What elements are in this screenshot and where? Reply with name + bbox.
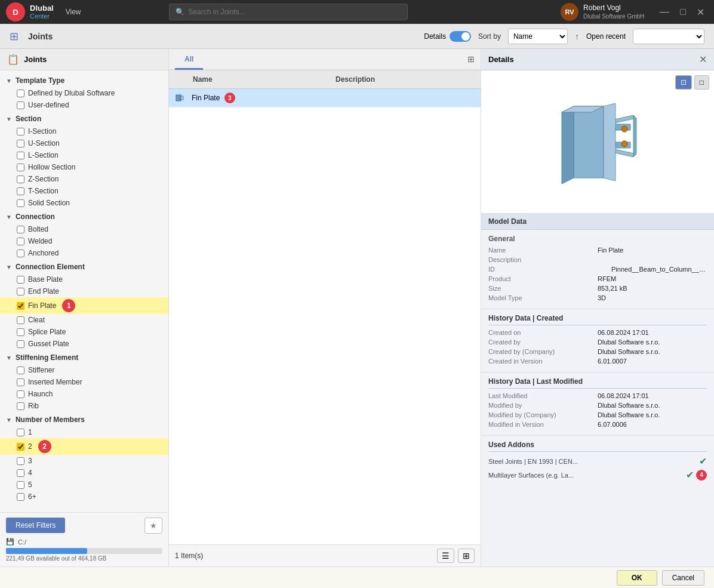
filter-item-gusset-plate[interactable]: Gusset Plate (0, 338, 168, 350)
checkbox-bolted[interactable] (17, 226, 24, 233)
checkbox-defined-by-dlubal[interactable] (17, 90, 24, 97)
filter-item-end-plate[interactable]: End Plate (0, 285, 168, 297)
filter-item-num-4[interactable]: 4 (0, 467, 168, 479)
filter-group-label-connection-element: Connection Element (16, 263, 85, 271)
filter-group-header-connection-element[interactable]: ▼ Connection Element (0, 260, 168, 273)
details-toggle-switch[interactable] (450, 31, 471, 42)
filter-item-t-section[interactable]: T-Section (0, 185, 168, 197)
filter-item-l-section[interactable]: L-Section (0, 149, 168, 161)
search-input[interactable] (188, 8, 401, 16)
checkbox-num-6plus[interactable] (17, 493, 24, 501)
filter-item-user-defined[interactable]: User-defined (0, 99, 168, 111)
view-menu[interactable]: View (66, 8, 81, 16)
checkbox-num-2[interactable] (17, 443, 24, 451)
checkbox-i-section[interactable] (17, 128, 24, 136)
detail-row-modified-by: Modified by Dlubal Software s.r.o. (488, 402, 707, 409)
checkbox-user-defined[interactable] (17, 101, 24, 109)
checkbox-end-plate[interactable] (17, 288, 24, 295)
filter-item-welded[interactable]: Welded (0, 235, 168, 247)
label-cleat: Cleat (28, 316, 45, 324)
filter-item-cleat[interactable]: Cleat (0, 314, 168, 326)
label-fin-plate: Fin Plate (28, 301, 56, 310)
maximize-icon[interactable]: □ (676, 5, 690, 19)
search-bar[interactable]: 🔍 (169, 4, 408, 20)
filter-item-num-1[interactable]: 1 (0, 426, 168, 438)
checkbox-num-3[interactable] (17, 457, 24, 465)
checkbox-fin-plate[interactable] (17, 302, 24, 310)
filter-item-i-section[interactable]: I-Section (0, 125, 168, 137)
filter-group-header-stiffening-element[interactable]: ▼ Stiffening Element (0, 351, 168, 364)
details-title: Details (488, 55, 514, 64)
sort-by-select[interactable]: Name Date Size (508, 29, 568, 44)
list-item[interactable]: Fin Plate 3 (169, 89, 481, 107)
checkbox-welded[interactable] (17, 238, 24, 245)
filter-item-haunch[interactable]: Haunch (0, 388, 168, 400)
favorite-button[interactable]: ★ (144, 518, 162, 534)
minimize-icon[interactable]: — (656, 5, 673, 19)
checkbox-cleat[interactable] (17, 316, 24, 324)
open-recent-label: Open recent (586, 32, 626, 41)
label-created-on: Created on (488, 329, 598, 336)
filter-item-num-3[interactable]: 3 (0, 455, 168, 467)
ok-button[interactable]: OK (617, 570, 657, 586)
filter-item-u-section[interactable]: U-Section (0, 137, 168, 149)
checkbox-haunch[interactable] (17, 390, 24, 398)
column-settings-icon[interactable]: ⊞ (467, 54, 475, 64)
checkbox-t-section[interactable] (17, 187, 24, 195)
list-view-button[interactable]: ☰ (437, 549, 454, 563)
checkbox-num-4[interactable] (17, 469, 24, 477)
filter-item-num-6plus[interactable]: 6+ (0, 491, 168, 503)
reset-filters-button[interactable]: Reset Filters (6, 518, 65, 533)
checkbox-hollow-section[interactable] (17, 164, 24, 171)
checkbox-anchored[interactable] (17, 250, 24, 257)
filter-item-num-2[interactable]: 2 2 (0, 438, 168, 455)
tab-all[interactable]: All (175, 50, 203, 70)
filter-item-splice-plate[interactable]: Splice Plate (0, 326, 168, 338)
filter-group-header-template-type[interactable]: ▼ Template Type (0, 74, 168, 87)
checkbox-splice-plate[interactable] (17, 328, 24, 336)
history-modified-title: History Data | Last Modified (488, 377, 707, 389)
filter-item-defined-by-dlubal[interactable]: Defined by Dlubal Software (0, 87, 168, 99)
checkbox-num-5[interactable] (17, 481, 24, 489)
checkbox-inserted-member[interactable] (17, 378, 24, 386)
checkbox-gusset-plate[interactable] (17, 340, 24, 348)
filter-item-bolted[interactable]: Bolted (0, 223, 168, 235)
app-name: Dlubal Center (30, 4, 54, 21)
filter-item-base-plate[interactable]: Base Plate (0, 273, 168, 285)
filter-group-header-connection[interactable]: ▼ Connection (0, 210, 168, 223)
checkbox-num-1[interactable] (17, 429, 24, 436)
checkbox-l-section[interactable] (17, 152, 24, 159)
filter-item-fin-plate[interactable]: Fin Plate 1 (0, 297, 168, 314)
checkbox-u-section[interactable] (17, 140, 24, 147)
open-recent-select[interactable] (633, 29, 704, 44)
filter-item-num-5[interactable]: 5 (0, 479, 168, 491)
checkbox-base-plate[interactable] (17, 276, 24, 284)
chevron-down-icon: ▼ (6, 78, 12, 84)
filter-item-anchored[interactable]: Anchored (0, 247, 168, 259)
sort-by-label: Sort by (478, 32, 501, 41)
filter-item-solid-section[interactable]: Solid Section (0, 197, 168, 209)
details-toggle[interactable]: Details (424, 31, 471, 42)
filter-item-stiffener[interactable]: Stiffener (0, 364, 168, 376)
filter-item-z-section[interactable]: Z-Section (0, 173, 168, 185)
cancel-button[interactable]: Cancel (662, 570, 704, 586)
preview-3d-button[interactable]: ⊡ (675, 75, 692, 90)
label-bolted: Bolted (28, 225, 48, 233)
filter-group-header-section[interactable]: ▼ Section (0, 112, 168, 125)
sort-arrow-icon[interactable]: ↑ (575, 32, 579, 41)
window-controls[interactable]: — □ ✕ (656, 5, 708, 19)
grid-view-button[interactable]: ⊞ (458, 549, 475, 563)
checkbox-z-section[interactable] (17, 176, 24, 183)
checkbox-stiffener[interactable] (17, 367, 24, 374)
filter-item-hollow-section[interactable]: Hollow Section (0, 161, 168, 173)
checkbox-solid-section[interactable] (17, 199, 24, 207)
preview-2d-button[interactable]: □ (694, 75, 709, 90)
filter-item-inserted-member[interactable]: Inserted Member (0, 376, 168, 388)
close-icon[interactable]: ✕ (693, 5, 708, 19)
value-description (598, 256, 707, 263)
close-icon[interactable]: ✕ (699, 54, 707, 65)
checkbox-rib[interactable] (17, 402, 24, 410)
filter-item-rib[interactable]: Rib (0, 400, 168, 412)
filter-group-header-number-of-members[interactable]: ▼ Number of Members (0, 413, 168, 426)
label-t-section: T-Section (28, 187, 59, 195)
